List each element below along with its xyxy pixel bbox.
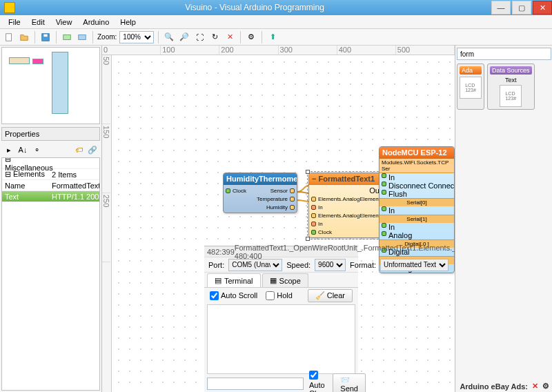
prop-filter-icon[interactable]: ⚬ [30, 144, 43, 156]
property-row[interactable]: ⊟ Elements2 Items [2, 169, 99, 180]
left-panel: Properties ▸ A↓ ⚬ 🏷 🔗 ⊟ Miscellaneous⊟ E… [0, 46, 102, 392]
component-palette: ✕ 👤 ▦ ▤ Ada LCD123# Data Sources Text LC… [455, 46, 552, 392]
palette-item[interactable]: LCD123# [460, 77, 482, 99]
port-label: Port: [208, 261, 224, 269]
properties-tree[interactable]: ⊟ Miscellaneous⊟ Elements2 Items NameFor… [1, 157, 100, 391]
format-label: Format: [350, 261, 376, 269]
palette-search-input[interactable] [457, 48, 551, 60]
save-icon[interactable] [39, 31, 52, 43]
menu-help[interactable]: Help [115, 17, 141, 28]
component-blue-icon[interactable] [76, 31, 88, 43]
svg-rect-2 [43, 34, 47, 37]
prop-link-icon[interactable]: 🔗 [86, 144, 99, 156]
node-title: HumidityThermometer1 [224, 173, 297, 185]
send-row: Auto Clear 📨 Send [204, 375, 358, 392]
property-row[interactable]: TextHTTP/1.1 200 O [2, 191, 99, 202]
hold-checkbox[interactable]: Hold [266, 291, 293, 300]
format-select[interactable]: Unformatted Text [380, 259, 448, 271]
gear-icon[interactable]: ⚙ [245, 31, 257, 43]
serial-config-row: Port: COM5 (Unava Speed: 9600 Format: Un… [204, 257, 358, 273]
ruler-vertical: 50150250 [102, 55, 112, 392]
menu-view[interactable]: View [50, 17, 78, 28]
component-green-icon[interactable] [61, 31, 73, 43]
close-button[interactable]: ✕ [533, 1, 552, 14]
terminal-icon: ▤ [215, 276, 221, 285]
status-coords: 482:399 [207, 248, 235, 256]
ads-close-icon[interactable]: ✕ [532, 382, 538, 391]
open-file-icon[interactable] [18, 31, 30, 43]
zoom-out-icon[interactable]: 🔎 [178, 31, 190, 43]
property-row[interactable]: ⊟ Miscellaneous [2, 158, 99, 169]
menu-bar: File Edit View Arduino Help [0, 15, 552, 29]
refresh-icon[interactable]: ↻ [208, 31, 221, 43]
zoom-fit-icon[interactable]: ⛶ [193, 31, 206, 43]
menu-file[interactable]: File [3, 17, 26, 28]
speed-label: Speed: [286, 261, 310, 269]
property-row[interactable]: NameFormattedText1 [2, 180, 99, 191]
zoom-select[interactable]: 100% [119, 31, 154, 43]
port-select[interactable]: COM5 (Unava [228, 259, 282, 271]
status-bar: 482:399 FormattedText1._OpenWireRootUnit… [204, 246, 358, 257]
clear-button[interactable]: 🧹 Clear [308, 289, 353, 302]
svg-rect-0 [6, 33, 12, 41]
send-button[interactable]: 📨 Send [333, 373, 366, 393]
properties-title: Properties [5, 130, 39, 138]
main-toolbar: Zoom: 100% 🔍 🔎 ⛶ ↻ ✕ ⚙ ⬆ [0, 29, 552, 46]
properties-toolbar: ▸ A↓ ⚬ 🏷 🔗 [0, 142, 101, 157]
zoom-in-icon[interactable]: 🔍 [163, 31, 175, 43]
terminal-options: Auto Scroll Hold 🧹 Clear [204, 288, 358, 303]
bottom-panel: 482:399 FormattedText1._OpenWireRootUnit… [204, 246, 358, 392]
upload-icon[interactable]: ⬆ [266, 31, 279, 43]
app-icon [4, 2, 15, 13]
footer-ads: Arduino eBay Ads: ✕ ⚙ [460, 382, 549, 391]
send-input[interactable] [207, 378, 304, 390]
new-file-icon[interactable] [3, 31, 15, 43]
prop-tag-icon[interactable]: 🏷 [72, 144, 85, 156]
ads-settings-icon[interactable]: ⚙ [542, 382, 549, 391]
delete-icon[interactable]: ✕ [224, 31, 236, 43]
palette-group-ada: Ada LCD123# [457, 63, 484, 110]
prop-expand-icon[interactable]: ▸ [3, 144, 15, 156]
overview-map[interactable] [1, 47, 100, 124]
menu-edit[interactable]: Edit [26, 17, 50, 28]
palette-item[interactable]: LCD123# [500, 85, 522, 107]
ruler-horizontal: 0100200300400500 [102, 46, 455, 55]
svg-rect-4 [79, 35, 86, 39]
zoom-label: Zoom: [97, 33, 117, 41]
tab-scope[interactable]: ▦Scope [262, 273, 308, 287]
node-title: NodeMCU ESP-12 [379, 147, 454, 159]
maximize-button[interactable]: ▢ [512, 1, 531, 14]
terminal-output[interactable] [207, 304, 355, 374]
design-canvas[interactable]: 0100200300400500 50150250 HumidityThermo… [102, 46, 455, 392]
window-title: Visuino - Visual Arduino Programming [19, 3, 490, 12]
tab-terminal[interactable]: ▤Terminal [207, 273, 261, 287]
title-bar: Visuino - Visual Arduino Programming — ▢… [0, 0, 552, 15]
menu-arduino[interactable]: Arduino [77, 17, 115, 28]
node-humidity-thermometer[interactable]: HumidityThermometer1 Clock SensorTempera… [223, 173, 297, 213]
properties-header: Properties [1, 127, 100, 141]
scope-icon: ▦ [270, 276, 277, 285]
node-subtitle: Modules.WiFi.Sockets.TCP Ser [379, 159, 454, 173]
speed-select[interactable]: 9600 [315, 259, 346, 271]
palette-group-datasources: Data Sources Text LCD123# [487, 63, 535, 110]
autoclear-checkbox[interactable]: Auto Clear [309, 371, 327, 393]
svg-rect-3 [63, 35, 71, 39]
terminal-tabs: ▤Terminal ▦Scope [204, 273, 358, 288]
prop-sort-icon[interactable]: A↓ [17, 144, 29, 156]
minimize-button[interactable]: — [491, 1, 511, 14]
connect-button[interactable]: 📶Connect [453, 259, 455, 271]
autoscroll-checkbox[interactable]: Auto Scroll [210, 291, 257, 300]
